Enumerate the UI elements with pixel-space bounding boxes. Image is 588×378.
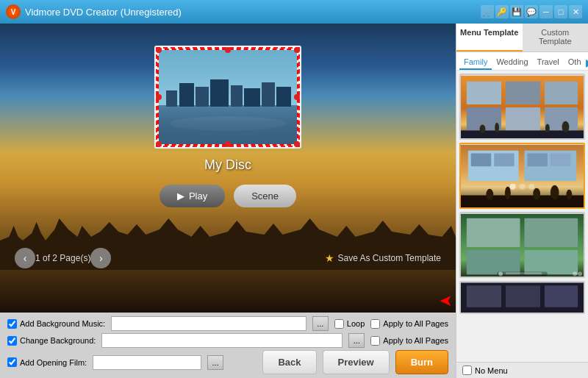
svg-point-10 [169,116,287,131]
svg-point-19 [480,125,486,134]
template-1-svg [461,75,584,140]
cat-family[interactable]: Family [459,55,492,70]
app-logo: V [6,4,21,19]
opening-checkbox[interactable] [7,357,17,367]
svg-point-48 [578,271,582,276]
apply-all-2-label: Apply to All Pages [370,336,448,346]
bg-input[interactable] [101,333,343,348]
svg-rect-26 [471,154,492,167]
svg-rect-1 [159,105,297,144]
feedback-icon[interactable]: 💬 [525,5,538,18]
svg-point-45 [498,271,503,276]
play-button[interactable]: ▶ Play [159,185,225,207]
no-menu-checkbox[interactable] [462,365,472,375]
star-icon: ★ [325,252,334,264]
no-menu-area: No Menu [456,362,588,378]
handle-top-mid[interactable] [225,47,231,53]
loop-checkbox[interactable] [334,319,344,329]
preview-image [159,50,297,144]
svg-rect-28 [527,154,548,167]
svg-rect-51 [506,285,540,307]
key-icon[interactable]: 🔑 [495,5,509,18]
apply-all-1-checkbox[interactable] [370,319,380,329]
svg-point-35 [505,187,511,200]
music-checkbox[interactable] [7,319,17,329]
svg-rect-52 [545,285,578,307]
right-panel: Menu Template Custom Template Family Wed… [456,24,588,378]
handle-top-left[interactable] [156,47,162,53]
handle-bottom-mid[interactable] [225,141,231,147]
play-icon: ▶ [177,190,184,202]
page-info: 1 of 2 Page(s) [35,253,90,263]
svg-rect-46 [506,272,542,274]
close-button[interactable]: ✕ [569,5,582,18]
minimize-button[interactable]: ─ [539,5,553,18]
svg-point-22 [562,121,570,133]
svg-rect-50 [467,285,501,307]
svg-point-38 [566,190,572,200]
template-item-2[interactable] [459,143,585,209]
template-list [456,71,588,362]
svg-point-34 [486,189,493,201]
svg-point-31 [520,184,526,190]
svg-rect-42 [467,250,520,274]
cat-scroll-right[interactable]: ▶ [586,57,589,68]
next-page-button[interactable]: › [90,248,111,268]
svg-rect-33 [461,196,584,209]
left-panel: My Disc ▶ Play Scene ‹ 1 of 2 Page(s) › … [0,24,456,378]
cart-icon[interactable]: 🛒 [481,5,494,18]
svg-rect-9 [276,87,291,107]
handle-top-right[interactable] [294,47,300,53]
controls-area: Add Background Music: ... Loop Apply to … [0,313,456,378]
cat-wedding[interactable]: Wedding [492,55,532,70]
scene-button[interactable]: Scene [234,185,296,207]
svg-rect-40 [467,218,520,247]
handle-bottom-right[interactable] [294,141,300,147]
handle-mid-left[interactable] [156,94,162,100]
apply-all-2-checkbox[interactable] [370,336,380,346]
preview-button[interactable]: Preview [323,350,390,374]
back-button[interactable]: Back [262,350,316,374]
dvd-preview-border[interactable] [154,46,301,149]
app-title: Vidmore DVD Creator (Unregistered) [25,7,481,18]
svg-rect-27 [494,154,514,167]
handle-mid-right[interactable] [294,94,300,100]
template-item-4[interactable] [459,281,585,314]
handle-bottom-left[interactable] [156,141,162,147]
prev-page-button[interactable]: ‹ [15,248,35,268]
svg-rect-6 [231,85,243,107]
template-item-1[interactable] [459,74,585,140]
save-icon[interactable]: 💾 [510,5,523,18]
opening-input[interactable] [93,355,201,370]
bg-browse-button[interactable]: ... [348,333,365,348]
preview-buttons: ▶ Play Scene [159,185,296,207]
svg-point-20 [495,123,499,133]
opening-row: Add Opening Film: ... Back Preview Burn [7,350,448,374]
cat-travel[interactable]: Travel [533,55,564,70]
burn-button[interactable]: Burn [395,350,448,374]
tab-custom-template[interactable]: Custom Template [523,24,589,51]
dvd-preview-container [154,46,301,149]
svg-point-32 [528,184,534,190]
svg-rect-41 [524,218,578,247]
loop-label: Loop [334,319,365,329]
bg-checkbox[interactable] [7,336,17,346]
opening-label: Add Opening Film: [7,357,87,367]
music-browse-button[interactable]: ... [312,316,329,331]
title-bar: V Vidmore DVD Creator (Unregistered) 🛒 🔑… [0,0,588,24]
preview-scene-svg [159,50,297,144]
tab-menu-template[interactable]: Menu Template [456,24,523,51]
window-controls: 🛒 🔑 💾 💬 ─ □ ✕ [481,5,582,18]
template-item-3[interactable] [459,212,585,278]
save-template[interactable]: ★ Save As Custom Template [325,252,441,264]
svg-rect-3 [179,83,194,107]
apply-all-1-label: Apply to All Pages [370,319,448,329]
svg-point-36 [533,188,540,200]
music-input[interactable] [111,316,306,331]
template-2-svg [461,144,584,209]
cat-other[interactable]: Oth [564,55,586,70]
music-row: Add Background Music: ... Loop Apply to … [7,316,448,331]
svg-rect-5 [210,79,229,107]
opening-browse-button[interactable]: ... [207,355,223,370]
maximize-button[interactable]: □ [554,5,567,18]
